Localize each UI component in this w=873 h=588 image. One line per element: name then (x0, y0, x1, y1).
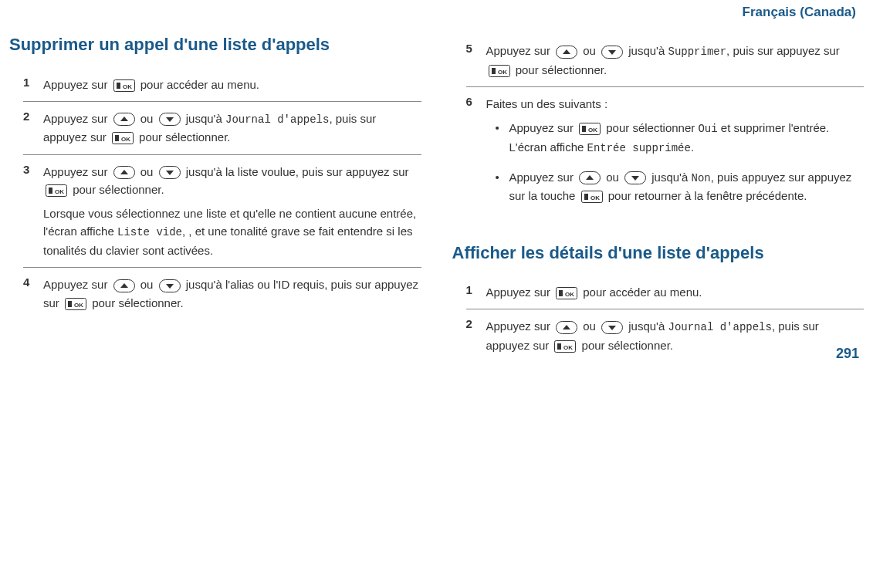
step-body: Appuyez sur ou jusqu'à Supprimer, puis s… (486, 42, 865, 79)
text: pour sélectionner. (516, 63, 607, 76)
content-columns: Supprimer un appel d'une liste d'appels … (9, 34, 864, 362)
step-number: 2 (23, 110, 43, 147)
text: Appuyez sur (486, 319, 554, 333)
text: . (691, 140, 694, 154)
svg-rect-16 (68, 301, 72, 307)
section-title-details: Afficher les détails d'une liste d'appel… (452, 242, 865, 264)
text: jusqu'à la liste voulue, puis sur appuye… (186, 165, 409, 178)
step-number: 3 (23, 163, 43, 260)
text: pour sélectionner (606, 121, 698, 134)
ok-icon: OK (581, 191, 603, 203)
step-body: Appuyez sur ou jusqu'à l'alias ou l'ID r… (43, 275, 421, 312)
step-body: Appuyez sur ou jusqu'à la liste voulue, … (43, 163, 421, 260)
svg-text:OK: OK (588, 127, 597, 133)
ok-icon: OK (112, 132, 134, 144)
step-body: Appuyez sur OK pour accéder au menu. (486, 283, 865, 301)
text: Appuyez sur (509, 121, 577, 134)
up-icon (579, 171, 601, 184)
left-column: Supprimer un appel d'une liste d'appels … (9, 34, 421, 362)
text: pour retourner à la fenêtre précédente. (608, 189, 807, 202)
up-icon (113, 166, 135, 179)
text: pour sélectionner. (139, 130, 230, 144)
page: Français (Canada) Supprimer un appel d'u… (0, 0, 873, 367)
svg-rect-32 (559, 290, 563, 296)
step-1: 1 Appuyez sur OK pour accéder au menu. (23, 68, 421, 102)
page-number: 291 (836, 346, 859, 362)
down-icon (601, 46, 623, 59)
svg-text:OK: OK (498, 69, 507, 76)
text: ou (140, 278, 157, 291)
svg-rect-29 (584, 194, 588, 200)
step-5: 5 Appuyez sur ou jusqu'à (466, 34, 865, 87)
step-2: 2 Appuyez sur ou jusqu'à (466, 309, 865, 362)
text: ou (140, 165, 157, 178)
step-body: Appuyez sur ou jusqu'à Journal d'appels,… (43, 110, 421, 147)
svg-text:OK: OK (123, 83, 132, 90)
down-icon (159, 113, 181, 126)
step-number: 2 (466, 317, 486, 354)
down-icon (159, 279, 181, 292)
ok-icon: OK (46, 184, 67, 197)
bullet-item: Appuyez sur ou jusqu'à Non, puis appuyez (492, 168, 865, 205)
step-body: Appuyez sur OK pour accéder au menu. (43, 76, 421, 93)
section-title-delete: Supprimer un appel d'une liste d'appels (9, 34, 421, 56)
svg-rect-6 (115, 135, 119, 141)
svg-rect-1 (117, 83, 120, 89)
svg-text:OK: OK (563, 344, 573, 351)
text: ou (140, 112, 157, 125)
step-3: 3 Appuyez sur ou jusqu'à la liste vo (23, 155, 421, 269)
up-icon (556, 321, 577, 334)
ok-icon: OK (113, 79, 135, 92)
mono: Oui (698, 123, 717, 135)
svg-text:OK: OK (590, 194, 600, 201)
step-4: 4 Appuyez sur ou jusqu'à l'alias ou (23, 268, 421, 319)
text: jusqu'à (628, 319, 668, 333)
step-number: 4 (23, 275, 43, 312)
text: jusqu'à (186, 112, 225, 125)
text: ou (583, 319, 599, 333)
step-number: 6 (466, 95, 486, 216)
text: Appuyez sur (43, 112, 111, 125)
text: , puis sur appuyez sur (726, 44, 840, 57)
text: Appuyez sur (486, 286, 554, 299)
ok-icon: OK (579, 123, 601, 135)
bullet-item: Appuyez sur OK pour sélectionner Oui et … (492, 119, 865, 157)
step-2: 2 Appuyez sur ou jusqu'à (23, 102, 421, 155)
text: jusqu'à (628, 44, 668, 57)
ok-icon: OK (554, 340, 576, 353)
step-number: 5 (466, 42, 486, 79)
mono: Journal d'appels (225, 113, 329, 126)
up-icon (113, 279, 135, 292)
step-6: 6 Faites un des suivants : Appuyez sur O… (466, 87, 865, 224)
text: pour accéder au menu. (583, 286, 702, 299)
text: pour sélectionner. (73, 183, 164, 196)
text: pour accéder au menu. (140, 78, 259, 91)
svg-rect-37 (557, 343, 561, 350)
text: ou (583, 44, 599, 57)
mono: Supprimer (668, 46, 726, 58)
text: Appuyez sur (43, 278, 111, 291)
text: ou (606, 171, 622, 184)
text: pour sélectionner. (92, 296, 183, 309)
up-icon (113, 113, 135, 126)
step-body: Faites un des suivants : Appuyez sur OK … (486, 95, 865, 216)
header-language: Français (Canada) (9, 5, 864, 20)
svg-text:OK: OK (121, 136, 130, 143)
down-icon (624, 171, 646, 184)
text: Faites un des suivants : (486, 95, 865, 113)
svg-rect-24 (582, 126, 586, 132)
step-number: 1 (466, 283, 486, 301)
ok-icon: OK (489, 65, 510, 77)
steps-details: 1 Appuyez sur OK pour accéder au menu. 2 (466, 275, 865, 362)
ok-icon: OK (556, 287, 577, 299)
svg-text:OK: OK (55, 188, 64, 195)
svg-text:OK: OK (74, 302, 83, 309)
bullet-list: Appuyez sur OK pour sélectionner Oui et … (492, 119, 865, 204)
text: jusqu'à (651, 171, 691, 184)
up-icon (556, 46, 577, 59)
mono: Entrée supprimée (587, 142, 691, 154)
step-body: Appuyez sur ou jusqu'à Journal d'appels,… (486, 317, 865, 354)
right-column: 5 Appuyez sur ou jusqu'à (452, 34, 865, 362)
mono: Journal d'appels (668, 321, 771, 333)
mono: Liste vide (117, 226, 182, 238)
